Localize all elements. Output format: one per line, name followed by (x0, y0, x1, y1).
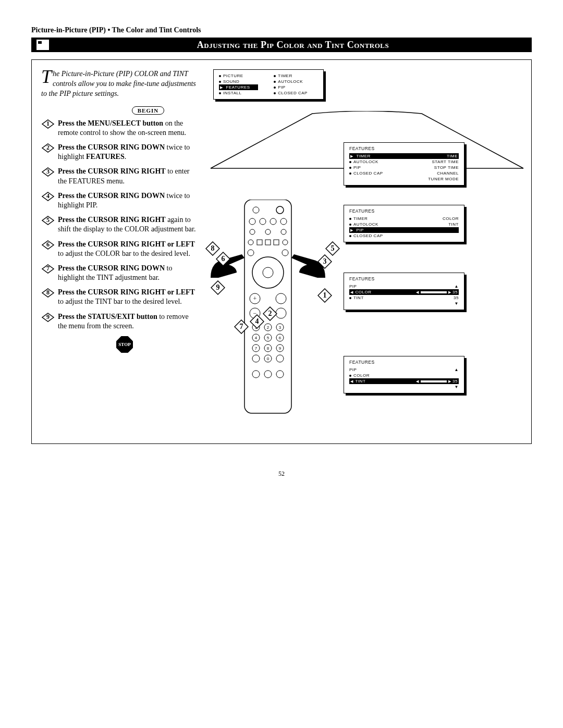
menu-item: AUTOLOCKTINT (349, 221, 459, 227)
step-7: 7Press the CURSOR RING DOWN to highlight… (41, 264, 198, 282)
step-number-icon: 4 (41, 191, 55, 202)
step-number-icon: 9 (41, 312, 55, 323)
menu-item: TIMERTIME (349, 153, 459, 159)
step-text: Press the CURSOR RING RIGHT or LEFT to a… (58, 288, 198, 306)
breadcrumb: Picture-in-Picture (PIP) • The Color and… (31, 26, 532, 34)
page-number: 52 (31, 470, 532, 478)
callout-2: 2 (263, 306, 277, 321)
svg-text:0: 0 (267, 356, 270, 361)
osd-pip-color: FEATURES PIP▲ ◀COLOR◀▶35TINT35 ▼ (344, 273, 464, 310)
menu-item: INSTALL (219, 90, 258, 96)
instructions-column: The Picture-in-Picture (PIP) COLOR and T… (41, 69, 198, 434)
step-text: Press the CURSOR RING DOWN twice to high… (58, 191, 198, 210)
svg-text:2: 2 (267, 325, 270, 330)
menu-item: AUTOLOCK (274, 79, 318, 84)
svg-text:4: 4 (255, 336, 258, 340)
callout-8: 8 (205, 241, 220, 256)
svg-text:7: 7 (255, 346, 258, 351)
menu-item: PICTURE (219, 73, 258, 79)
osd-features-timer: FEATURES TIMERTIMEAUTOLOCKSTART TIMEPIPS… (344, 142, 464, 186)
step-number-icon: 5 (41, 215, 55, 226)
svg-text:+: + (253, 295, 257, 302)
menu-item: TUNER MODE (349, 176, 459, 182)
menu-item: COLOR (349, 373, 459, 378)
step-8: 8Press the CURSOR RING RIGHT or LEFT to … (41, 288, 198, 306)
svg-text:9: 9 (279, 346, 282, 351)
svg-text:5: 5 (267, 336, 270, 340)
content-frame: The Picture-in-Picture (PIP) COLOR and T… (31, 59, 532, 444)
menu-item: AUTOLOCKSTART TIME (349, 159, 459, 165)
page-title: Adjusting the Pip Color and Tint Control… (54, 40, 532, 51)
step-text: Press the CURSOR RING DOWN to highlight … (58, 264, 198, 282)
osd-main-menu: PICTURESOUNDFEATURESINSTALL TIMERAUTOLOC… (213, 69, 324, 100)
callout-9: 9 (211, 280, 225, 295)
menu-item: TIMERCOLOR (349, 216, 459, 221)
callout-4: 4 (250, 314, 264, 329)
svg-text:6: 6 (279, 336, 282, 340)
step-text: Press the CURSOR RING RIGHT or LEFT to a… (58, 240, 198, 258)
step-3: 3Press the CURSOR RING RIGHT to enter th… (41, 167, 198, 186)
step-number-icon: 1 (41, 119, 55, 129)
step-number-icon: 8 (41, 288, 55, 298)
title-bar: Adjusting the Pip Color and Tint Control… (31, 38, 532, 52)
step-text: Press the CURSOR RING RIGHT to enter the… (58, 167, 198, 186)
step-4: 4Press the CURSOR RING DOWN twice to hig… (41, 191, 198, 210)
step-1: 1Press the MENU/SELECT button on the rem… (41, 119, 198, 138)
menu-item: SOUND (219, 79, 258, 84)
step-number-icon: 7 (41, 264, 55, 274)
callout-1: 1 (317, 288, 332, 303)
callout-3: 3 (317, 254, 332, 269)
menu-item: PIP (349, 227, 459, 233)
osd-features-pip: FEATURES TIMERCOLORAUTOLOCKTINTPIPCLOSED… (344, 205, 464, 242)
step-6: 6Press the CURSOR RING RIGHT or LEFT to … (41, 240, 198, 258)
menu-item: TIMER (274, 73, 318, 79)
step-2: 2Press the CURSOR RING DOWN twice to hig… (41, 143, 198, 162)
step-number-icon: 6 (41, 240, 55, 250)
step-9: 9Press the STATUS/EXIT button to remove … (41, 312, 198, 331)
menu-item: CLOSED CAP (274, 90, 318, 96)
menu-item: FEATURES (219, 84, 258, 90)
step-number-icon: 2 (41, 143, 55, 153)
menu-item: CLOSED CAP (349, 233, 459, 239)
svg-text:8: 8 (267, 346, 270, 351)
svg-text:3: 3 (279, 325, 282, 330)
callout-5: 5 (325, 241, 340, 256)
dropcap: T (41, 69, 53, 84)
step-text: Press the MENU/SELECT button on the remo… (58, 119, 198, 138)
menu-item: PIP (274, 84, 318, 90)
step-text: Press the CURSOR RING RIGHT again to shi… (58, 215, 198, 234)
menu-item: ◀COLOR◀▶35 (349, 289, 459, 295)
step-text: Press the CURSOR RING DOWN twice to high… (58, 143, 198, 162)
step-text: Press the STATUS/EXIT button to remove t… (58, 312, 198, 331)
intro-text: The Picture-in-Picture (PIP) COLOR and T… (41, 69, 198, 99)
menu-item: TINT35 (349, 295, 459, 301)
osd-pip-tint: FEATURES PIP▲ COLOR◀TINT◀▶35 ▼ (344, 356, 464, 393)
begin-badge: BEGIN (99, 106, 198, 115)
step-5: 5Press the CURSOR RING RIGHT again to sh… (41, 215, 198, 234)
pip-screen-icon (36, 40, 49, 50)
menu-item: PIPSTOP TIME (349, 165, 459, 170)
diagram-column: PICTURESOUNDFEATURESINSTALL TIMERAUTOLOC… (208, 69, 522, 434)
callout-7: 7 (234, 319, 249, 334)
menu-item: CLOSED CAPCHANNEL (349, 170, 459, 176)
step-number-icon: 3 (41, 167, 55, 177)
menu-item: ◀TINT◀▶35 (349, 378, 459, 384)
stop-badge: STOP (52, 336, 198, 353)
